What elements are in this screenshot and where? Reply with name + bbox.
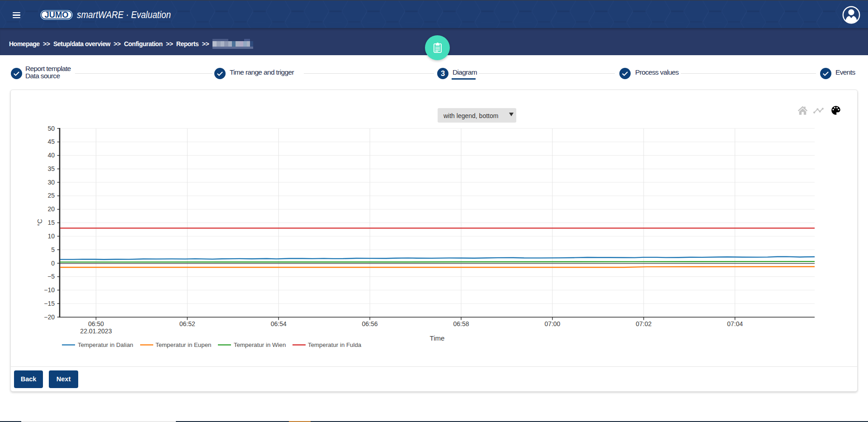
svg-text:Temperatur in Eupen: Temperatur in Eupen — [156, 341, 211, 348]
svg-text:35: 35 — [47, 165, 55, 172]
svg-text:20: 20 — [47, 205, 55, 213]
svg-text:Temperatur in Wien: Temperatur in Wien — [234, 341, 286, 348]
svg-text:50: 50 — [47, 125, 55, 132]
svg-text:07:00: 07:00 — [544, 320, 560, 327]
svg-text:15: 15 — [47, 219, 55, 226]
svg-text:0: 0 — [51, 260, 55, 267]
svg-text:Time: Time — [430, 334, 445, 342]
svg-text:06:52: 06:52 — [179, 320, 195, 327]
svg-text:06:56: 06:56 — [362, 320, 378, 327]
svg-text:07:02: 07:02 — [636, 320, 651, 327]
svg-text:Temperatur in Dalian: Temperatur in Dalian — [78, 341, 133, 348]
svg-text:5: 5 — [51, 246, 55, 253]
svg-text:−15: −15 — [44, 300, 55, 307]
svg-text:06:50: 06:50 — [88, 320, 104, 327]
svg-text:°C: °C — [36, 219, 43, 226]
svg-text:−5: −5 — [47, 273, 55, 280]
svg-text:−20: −20 — [44, 313, 55, 321]
svg-text:45: 45 — [47, 138, 55, 145]
svg-text:10: 10 — [47, 232, 55, 240]
svg-text:25: 25 — [47, 192, 55, 199]
svg-text:40: 40 — [47, 152, 55, 159]
svg-text:−10: −10 — [44, 286, 55, 294]
svg-text:06:58: 06:58 — [453, 320, 469, 327]
svg-text:22.01.2023: 22.01.2023 — [80, 327, 112, 335]
svg-text:Temperatur in Fulda: Temperatur in Fulda — [308, 341, 362, 348]
svg-text:07:04: 07:04 — [727, 320, 743, 327]
svg-text:06:54: 06:54 — [271, 320, 287, 327]
svg-text:30: 30 — [47, 179, 55, 186]
